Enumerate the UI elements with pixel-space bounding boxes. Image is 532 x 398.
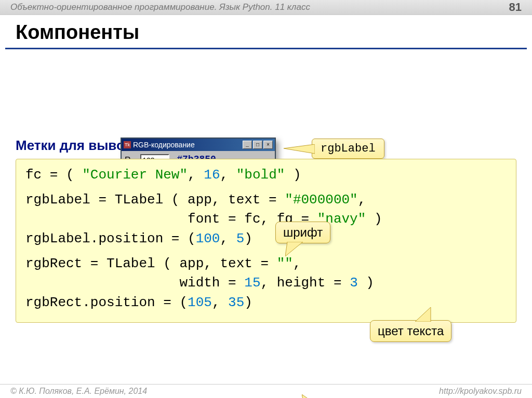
title-underline — [5, 48, 527, 49]
slide-footer: © К.Ю. Поляков, Е.А. Ерёмин, 2014 http:/… — [0, 384, 532, 398]
footer-copyright: © К.Ю. Поляков, Е.А. Ерёмин, 2014 — [10, 387, 147, 396]
annot-font-text: шрифт — [283, 225, 323, 239]
svg-marker-4 — [302, 394, 323, 398]
callout-tail-icon — [302, 394, 325, 398]
tk-titlebar: Tk RGB-кодирование _ □ × — [122, 139, 275, 151]
page-number: 81 — [509, 1, 522, 14]
tk-app-icon: Tk — [124, 141, 131, 148]
maximize-icon: □ — [253, 141, 262, 149]
callout-rgblabel: rgbLabel — [312, 139, 384, 159]
svg-marker-0 — [284, 144, 315, 154]
annot-color: цвет текста — [370, 320, 451, 342]
course-title: Объектно-ориентированное программировани… — [10, 2, 310, 12]
callout-tail-icon — [412, 307, 434, 322]
svg-marker-2 — [285, 242, 303, 256]
callout-rgblabel-text: rgbLabel — [321, 142, 376, 155]
annot-font: шрифт — [275, 222, 330, 243]
svg-marker-3 — [415, 307, 431, 322]
callout-tail-icon — [285, 242, 306, 256]
minimize-icon: _ — [243, 141, 252, 149]
footer-url: http://kpolyakov.spb.ru — [439, 387, 522, 396]
close-icon: × — [263, 141, 273, 149]
annot-color-text: цвет текста — [378, 324, 444, 338]
code-block: fc = ( "Courier New", 16, "bold" ) rgbLa… — [16, 159, 516, 323]
slide-header: Объектно-ориентированное программировани… — [0, 0, 532, 15]
slide-title: Компоненты — [16, 21, 516, 44]
callout-tail-icon — [284, 144, 315, 157]
tk-window-title: RGB-кодирование — [133, 141, 195, 149]
